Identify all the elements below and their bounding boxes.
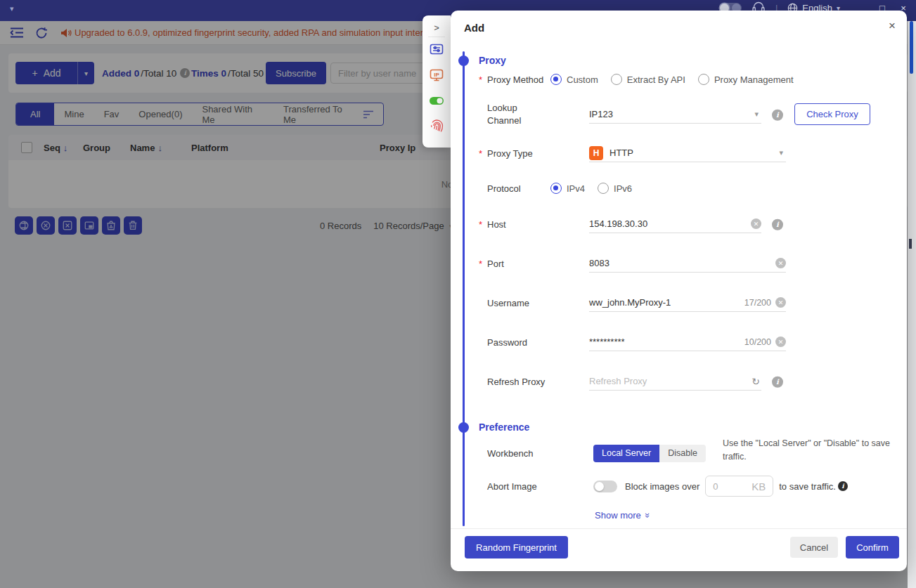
workbench-segmented-control: Local Server Disable — [593, 445, 706, 462]
username-label: Username — [487, 298, 529, 308]
workbench-label: Workbench — [487, 448, 534, 459]
proxy-type-row: *Proxy Type H HTTP ▾ — [479, 144, 893, 162]
workbench-local-server-option[interactable]: Local Server — [593, 445, 659, 462]
radio-ipv6[interactable]: IPv6 — [598, 183, 632, 194]
titlebar-caret-icon[interactable]: ▾ — [10, 4, 14, 13]
random-fingerprint-button[interactable]: Random Fingerprint — [465, 536, 568, 558]
port-label: Port — [487, 259, 504, 269]
confirm-button[interactable]: Confirm — [846, 536, 899, 558]
check-proxy-button[interactable]: Check Proxy — [794, 103, 870, 125]
select-caret-icon: ▾ — [754, 110, 759, 119]
clear-icon[interactable]: ✕ — [775, 258, 786, 268]
password-char-counter: 10/200 — [744, 337, 771, 347]
password-label: Password — [487, 337, 527, 348]
abort-image-info-icon[interactable]: i — [838, 481, 848, 491]
show-more-link[interactable]: Show more » — [595, 510, 650, 521]
preference-section-title: Preference — [479, 422, 529, 433]
radio-extract-by-api[interactable]: Extract By API — [611, 74, 685, 85]
quick-nav-strip: > IP — [422, 15, 451, 148]
right-scrollbar-track — [908, 21, 916, 588]
password-row: Password ********** 10/200 ✕ — [479, 333, 893, 351]
abort-image-row: Abort Image Block images over 0 KB to sa… — [479, 476, 893, 497]
proxy-settings-icon[interactable] — [430, 37, 444, 63]
modal-title: Add — [464, 22, 484, 34]
show-more-row: Show more » — [479, 506, 893, 524]
lookup-channel-info-icon[interactable]: i — [772, 109, 783, 120]
proxy-section-title: Proxy — [479, 55, 506, 66]
proxy-type-label: Proxy Type — [487, 148, 533, 159]
lookup-channel-row: LookupChannel IP123 ▾ i Check Proxy — [479, 98, 893, 131]
svg-text:IP: IP — [434, 72, 439, 78]
clear-icon[interactable]: ✕ — [775, 337, 786, 347]
radio-custom[interactable]: Custom — [550, 74, 598, 85]
http-badge-icon: H — [589, 146, 603, 160]
fingerprint-icon[interactable] — [430, 113, 444, 138]
radio-proxy-management[interactable]: Proxy Management — [698, 74, 794, 85]
username-char-counter: 17/200 — [744, 298, 771, 308]
refresh-proxy-info-icon[interactable]: i — [772, 376, 783, 387]
radio-ipv4[interactable]: IPv4 — [550, 183, 585, 194]
port-row: *Port 8083 ✕ — [479, 254, 893, 273]
refresh-proxy-label: Refresh Proxy — [487, 377, 545, 387]
scrollbar-thumb[interactable] — [910, 21, 913, 74]
password-input[interactable]: ********** 10/200 ✕ — [589, 333, 786, 351]
save-traffic-text: to save traffic. — [779, 481, 836, 492]
host-row: *Host 154.198.30.30 ✕ i — [479, 215, 893, 233]
proxy-method-label: Proxy Method — [487, 74, 543, 85]
lookup-channel-select[interactable]: IP123 ▾ — [589, 105, 761, 124]
modal-footer: Random Fingerprint Cancel Confirm — [451, 528, 907, 571]
host-info-icon[interactable]: i — [772, 218, 783, 230]
double-chevron-down-icon: » — [643, 512, 653, 517]
block-images-text: Block images over — [625, 481, 699, 492]
lookup-channel-label: LookupChannel — [487, 102, 521, 127]
toggle-status-icon[interactable] — [429, 88, 444, 113]
preference-section-dot — [458, 422, 469, 433]
proxy-section-dot — [458, 55, 469, 66]
proxy-type-select[interactable]: H HTTP ▾ — [589, 144, 786, 162]
cancel-button[interactable]: Cancel — [790, 537, 838, 558]
kb-unit-label: KB — [751, 481, 766, 492]
abort-image-label: Abort Image — [487, 481, 537, 492]
select-caret-icon: ▾ — [779, 148, 783, 157]
refresh-proxy-placeholder: Refresh Proxy — [589, 376, 751, 386]
workbench-hint: Use the "Local Server" or "Disable" to s… — [723, 437, 891, 464]
workbench-disable-option[interactable]: Disable — [659, 445, 706, 462]
image-size-input[interactable]: 0 KB — [705, 476, 773, 497]
clear-icon[interactable]: ✕ — [775, 297, 786, 308]
add-profile-modal: Add × Proxy *Proxy Method Custom Extract… — [451, 11, 907, 571]
proxy-method-row: *Proxy Method Custom Extract By API Prox… — [479, 70, 893, 89]
workbench-row: Workbench Local Server Disable Use the "… — [479, 439, 893, 467]
host-label: Host — [487, 219, 506, 230]
host-input[interactable]: 154.198.30.30 ✕ — [589, 215, 761, 233]
protocol-label: Protocol — [487, 183, 521, 194]
refresh-proxy-input[interactable]: Refresh Proxy ↻ — [589, 372, 761, 391]
modal-close-icon[interactable]: × — [889, 19, 896, 33]
clear-icon[interactable]: ✕ — [751, 218, 761, 229]
refresh-proxy-icon[interactable]: ↻ — [751, 376, 760, 387]
radio-selected-icon[interactable] — [550, 74, 562, 85]
username-input[interactable]: ww_john.MyProxy-1 17/200 ✕ — [589, 294, 786, 312]
ip-lookup-icon[interactable]: IP — [430, 63, 444, 88]
collapse-panel-chevron-icon[interactable]: > — [434, 18, 439, 37]
section-timeline — [463, 51, 465, 526]
username-row: Username ww_john.MyProxy-1 17/200 ✕ — [479, 294, 893, 312]
port-input[interactable]: 8083 ✕ — [589, 254, 786, 273]
refresh-proxy-row: Refresh Proxy Refresh Proxy ↻ i — [479, 372, 893, 391]
block-images-toggle[interactable] — [593, 481, 617, 492]
app-root: Upgraded to 6.0.9, optimized fingerprint… — [0, 0, 916, 588]
protocol-row: Protocol IPv4 IPv6 — [479, 179, 893, 197]
